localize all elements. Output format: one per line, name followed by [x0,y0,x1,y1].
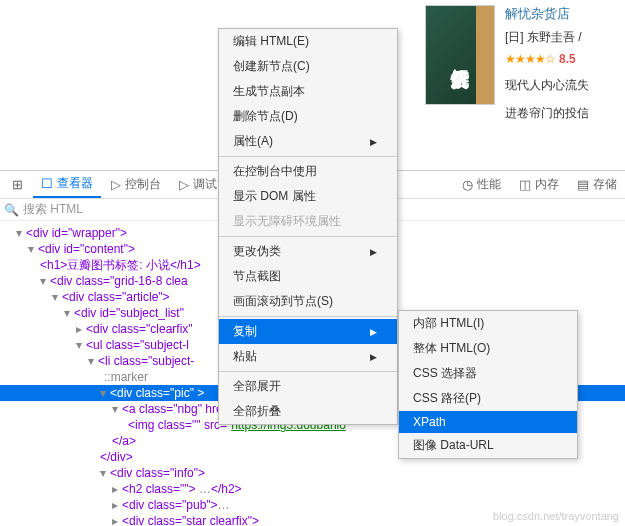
ctx-edit-html[interactable]: 编辑 HTML(E) [219,29,397,54]
ctx-show-dom[interactable]: 显示 DOM 属性 [219,184,397,209]
ctx-gen-copy[interactable]: 生成节点副本 [219,79,397,104]
rating-score: 8.5 [559,52,576,66]
ctx-css-selector[interactable]: CSS 选择器 [399,361,577,386]
ctx-copy[interactable]: 复制▶ [219,319,397,344]
ctx-expand-all[interactable]: 全部展开 [219,374,397,399]
book-author: [日] 东野圭吾 / [505,29,620,46]
tab-performance[interactable]: ◷性能 [454,171,509,198]
ctx-attrs[interactable]: 属性(A)▶ [219,129,397,154]
ctx-collapse-all[interactable]: 全部折叠 [219,399,397,424]
ctx-use-console[interactable]: 在控制台中使用 [219,159,397,184]
ctx-outer-html[interactable]: 整体 HTML(O) [399,336,577,361]
search-placeholder: 搜索 HTML [23,201,83,218]
ctx-scroll-to[interactable]: 画面滚动到节点(S) [219,289,397,314]
tab-inspector[interactable]: ☐查看器 [33,171,101,198]
ctx-inner-html[interactable]: 内部 HTML(I) [399,311,577,336]
ctx-show-a11y: 显示无障碍环境属性 [219,209,397,234]
search-icon: 🔍 [4,203,19,217]
context-menu-copy: 内部 HTML(I) 整体 HTML(O) CSS 选择器 CSS 路径(P) … [398,310,578,459]
chevron-right-icon: ▶ [370,247,377,257]
book-cover-image: 解忧杂货店 [425,5,495,105]
tab-storage[interactable]: ▤存储 [569,171,625,198]
ctx-delete-node[interactable]: 删除节点(D) [219,104,397,129]
tab-memory[interactable]: ◫内存 [511,171,567,198]
tab-console[interactable]: ▷控制台 [103,171,169,198]
context-menu-main: 编辑 HTML(E) 创建新节点(C) 生成节点副本 删除节点(D) 属性(A)… [218,28,398,425]
ctx-create-node[interactable]: 创建新节点(C) [219,54,397,79]
book-title[interactable]: 解忧杂货店 [505,5,620,23]
ctx-css-path[interactable]: CSS 路径(P) [399,386,577,411]
chevron-right-icon: ▶ [370,327,377,337]
rating-stars: ★★★★☆ [505,52,555,66]
ctx-paste[interactable]: 粘贴▶ [219,344,397,369]
ctx-xpath[interactable]: XPath [399,411,577,433]
pick-element-icon[interactable]: ⊞ [4,171,31,198]
watermark: blog.csdn.net/trayvontang [493,510,619,522]
ctx-pseudo[interactable]: 更改伪类▶ [219,239,397,264]
chevron-right-icon: ▶ [370,137,377,147]
ctx-dataurl[interactable]: 图像 Data-URL [399,433,577,458]
book-desc-1: 现代人内心流失 [505,76,620,94]
tab-debugger[interactable]: ▷调试 [171,171,225,198]
ctx-screenshot[interactable]: 节点截图 [219,264,397,289]
chevron-right-icon: ▶ [370,352,377,362]
book-desc-2: 进卷帘门的投信 [505,104,620,122]
